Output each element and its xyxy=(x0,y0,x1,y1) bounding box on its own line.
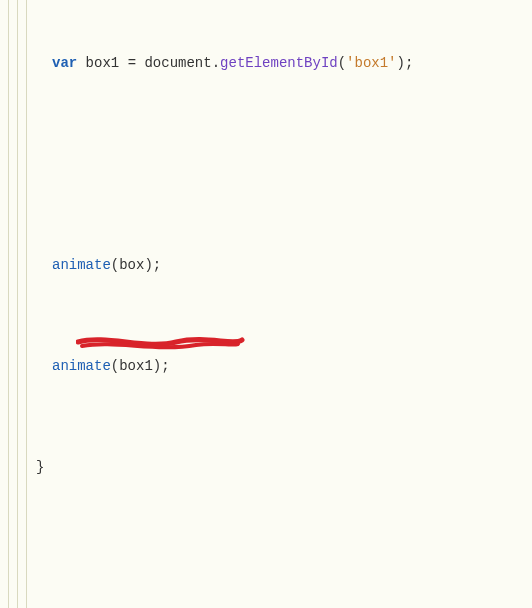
code-line[interactable] xyxy=(0,557,532,582)
operator: = xyxy=(128,55,136,71)
code-line[interactable]: animate(box); xyxy=(0,253,532,278)
identifier: document xyxy=(136,55,212,71)
code-line[interactable]: animate(box1); xyxy=(0,354,532,379)
string: 'box1' xyxy=(346,55,396,71)
function-call: animate xyxy=(52,257,111,273)
paren: ); xyxy=(397,55,414,71)
function-call: animate xyxy=(52,358,111,374)
code-editor[interactable]: var box1 = document.getElementById('box1… xyxy=(0,0,532,608)
code-area[interactable]: var box1 = document.getElementById('box1… xyxy=(0,0,532,608)
code-line[interactable] xyxy=(0,152,532,177)
method: getElementById xyxy=(220,55,338,71)
identifier: box1 xyxy=(77,55,127,71)
dot: . xyxy=(212,55,220,71)
args: (box); xyxy=(111,257,161,273)
code-line[interactable]: var box1 = document.getElementById('box1… xyxy=(0,51,532,76)
brace: } xyxy=(36,459,44,475)
args: (box1); xyxy=(111,358,170,374)
paren: ( xyxy=(338,55,346,71)
code-line[interactable]: } xyxy=(0,455,532,480)
keyword-var: var xyxy=(52,55,77,71)
